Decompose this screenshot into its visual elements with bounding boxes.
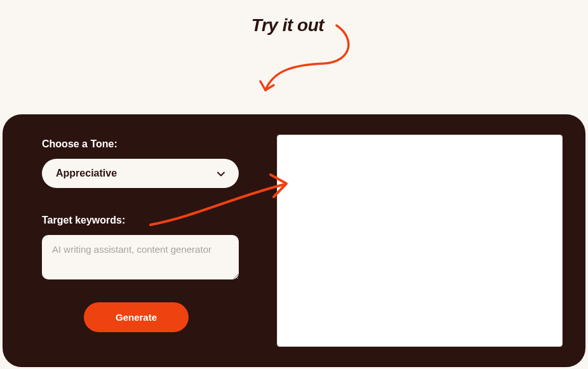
form-column: Choose a Tone: Appreciative Target keywo… <box>23 135 264 347</box>
output-panel[interactable] <box>277 135 563 347</box>
keywords-input[interactable] <box>42 235 239 279</box>
tone-select-value: Appreciative <box>56 168 117 179</box>
curved-arrow-icon <box>254 20 362 109</box>
output-content <box>277 135 562 347</box>
horizontal-arrow-icon <box>145 171 298 229</box>
generate-button[interactable]: Generate <box>84 302 189 332</box>
header-section: Try it out <box>0 0 588 114</box>
main-panel: Choose a Tone: Appreciative Target keywo… <box>3 114 585 367</box>
tone-label: Choose a Tone: <box>42 138 264 150</box>
